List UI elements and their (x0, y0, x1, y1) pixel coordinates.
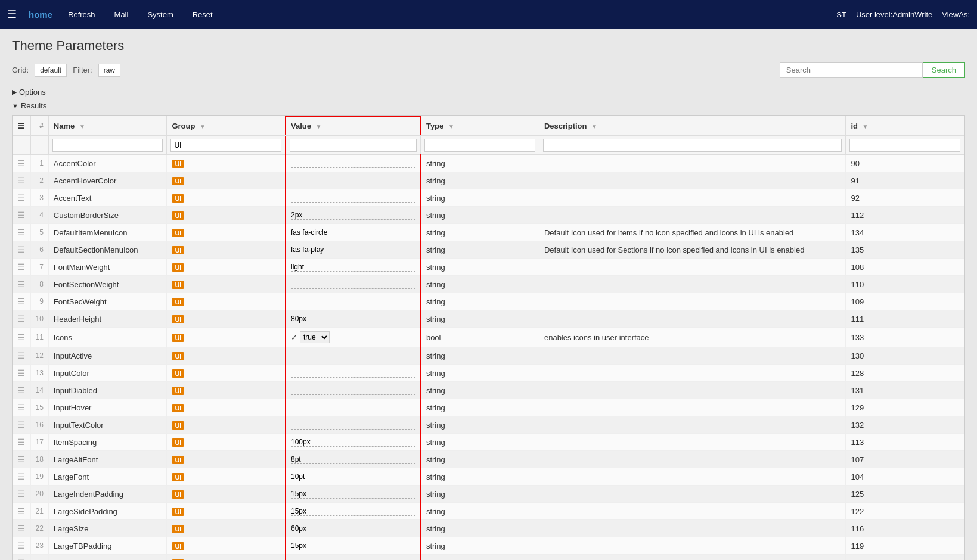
row-value[interactable] (286, 207, 421, 224)
row-reorder[interactable]: ☰ (13, 434, 30, 451)
row-value[interactable] (286, 155, 421, 172)
col-header-value[interactable]: Value ▼ (286, 116, 421, 136)
col-header-type[interactable]: Type ▼ (421, 116, 539, 136)
row-reorder[interactable]: ☰ (13, 241, 30, 259)
filter-group-input[interactable] (170, 139, 281, 152)
refresh-button[interactable]: Refresh (64, 8, 99, 21)
value-input[interactable] (291, 280, 415, 289)
row-value[interactable] (286, 172, 421, 189)
row-reorder[interactable]: ☰ (13, 468, 30, 486)
row-value[interactable] (286, 537, 421, 555)
value-input[interactable] (291, 542, 415, 550)
row-value[interactable] (286, 434, 421, 451)
row-reorder[interactable]: ☰ (13, 259, 30, 276)
brand-link[interactable]: home (29, 10, 52, 20)
search-input[interactable] (780, 62, 923, 78)
value-input[interactable] (291, 507, 415, 516)
row-value[interactable] (286, 347, 421, 365)
row-number: 21 (30, 503, 48, 520)
row-reorder[interactable]: ☰ (13, 276, 30, 293)
row-reorder[interactable]: ☰ (13, 155, 30, 172)
row-reorder[interactable]: ☰ (13, 207, 30, 224)
row-reorder[interactable]: ☰ (13, 328, 30, 347)
value-input[interactable] (291, 194, 415, 203)
row-value[interactable] (286, 276, 421, 293)
row-number: 18 (30, 451, 48, 468)
row-reorder[interactable]: ☰ (13, 486, 30, 503)
row-reorder[interactable]: ☰ (13, 555, 30, 561)
search-button[interactable]: Search (923, 62, 965, 78)
row-reorder[interactable]: ☰ (13, 224, 30, 241)
value-input[interactable] (291, 159, 415, 168)
row-value[interactable] (286, 189, 421, 207)
value-input[interactable] (291, 369, 415, 378)
value-input[interactable] (291, 176, 415, 185)
value-input[interactable] (291, 524, 415, 533)
row-value[interactable] (286, 293, 421, 310)
row-value[interactable] (286, 503, 421, 520)
grid-value[interactable]: default (35, 64, 67, 77)
filter-value[interactable]: raw (98, 64, 120, 77)
mail-button[interactable]: Mail (111, 8, 132, 21)
row-value[interactable] (286, 486, 421, 503)
row-reorder[interactable]: ☰ (13, 347, 30, 365)
value-input[interactable] (291, 403, 415, 412)
row-value[interactable] (286, 382, 421, 399)
filter-value-input[interactable] (290, 139, 417, 152)
row-value[interactable] (286, 365, 421, 382)
value-input[interactable] (291, 472, 415, 481)
row-value[interactable] (286, 555, 421, 561)
value-input[interactable] (291, 421, 415, 430)
menu-icon[interactable]: ☰ (7, 8, 17, 21)
row-reorder[interactable]: ☰ (13, 416, 30, 434)
row-value[interactable] (286, 468, 421, 486)
value-input[interactable] (291, 211, 415, 220)
filter-id-input[interactable] (849, 139, 960, 152)
value-input[interactable] (291, 455, 415, 464)
row-reorder[interactable]: ☰ (13, 399, 30, 416)
options-section-toggle[interactable]: ▶ Options (12, 85, 965, 99)
col-header-name[interactable]: Name ▼ (48, 116, 167, 136)
value-input[interactable] (291, 490, 415, 499)
filter-type-input[interactable] (424, 139, 535, 152)
row-type: string (421, 310, 539, 328)
system-button[interactable]: System (144, 8, 176, 21)
row-value[interactable] (286, 451, 421, 468)
row-value[interactable] (286, 310, 421, 328)
col-header-group[interactable]: Group ▼ (167, 116, 286, 136)
value-input[interactable] (291, 228, 415, 237)
row-value[interactable] (286, 241, 421, 259)
col-header-description[interactable]: Description ▼ (539, 116, 845, 136)
row-type: string (421, 555, 539, 561)
value-input[interactable] (291, 386, 415, 395)
reset-button[interactable]: Reset (189, 8, 216, 21)
value-input[interactable] (291, 245, 415, 254)
filter-name-input[interactable] (52, 139, 163, 152)
row-value[interactable] (286, 416, 421, 434)
bool-select[interactable]: truefalse (300, 331, 330, 343)
value-input[interactable] (291, 315, 415, 323)
row-reorder[interactable]: ☰ (13, 189, 30, 207)
row-value[interactable] (286, 224, 421, 241)
filter-desc-input[interactable] (543, 139, 842, 152)
value-input[interactable] (291, 438, 415, 447)
value-input[interactable] (291, 263, 415, 272)
row-reorder[interactable]: ☰ (13, 503, 30, 520)
row-reorder[interactable]: ☰ (13, 293, 30, 310)
value-input[interactable] (291, 351, 415, 360)
value-input[interactable] (291, 297, 415, 306)
row-value[interactable] (286, 259, 421, 276)
row-reorder[interactable]: ☰ (13, 537, 30, 555)
row-reorder[interactable]: ☰ (13, 310, 30, 328)
row-value[interactable] (286, 520, 421, 537)
row-reorder[interactable]: ☰ (13, 365, 30, 382)
results-section-toggle[interactable]: ▼ Results (12, 99, 965, 113)
reorder-handle-icon: ☰ (17, 245, 25, 254)
row-reorder[interactable]: ☰ (13, 451, 30, 468)
col-header-id[interactable]: id ▼ (846, 116, 964, 136)
row-reorder[interactable]: ☰ (13, 520, 30, 537)
row-value[interactable]: ✓ truefalse (286, 328, 421, 347)
row-reorder[interactable]: ☰ (13, 172, 30, 189)
row-reorder[interactable]: ☰ (13, 382, 30, 399)
row-value[interactable] (286, 399, 421, 416)
